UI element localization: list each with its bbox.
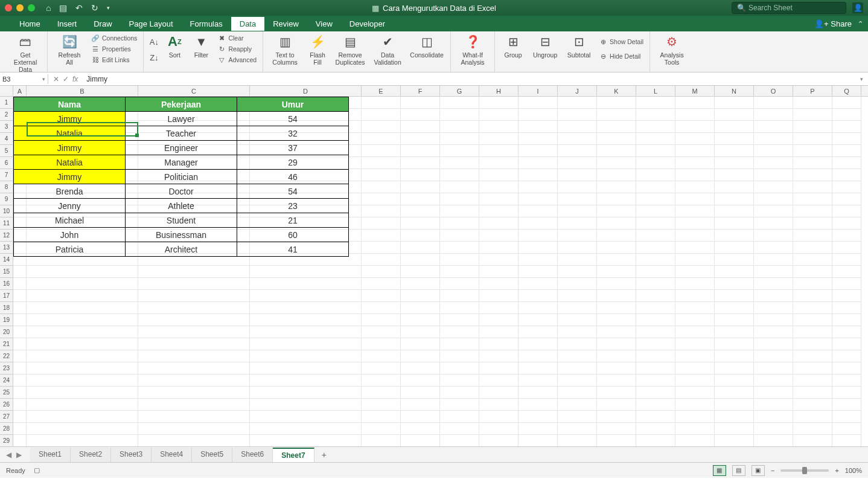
menu-tab-developer[interactable]: Developer [341, 17, 394, 31]
cell-K20[interactable] [597, 326, 636, 338]
table-cell[interactable]: Jimmy [14, 112, 126, 126]
cell-A22[interactable] [13, 350, 27, 362]
cell-N25[interactable] [715, 387, 754, 399]
formula-input[interactable]: Jimmy [83, 74, 855, 85]
edit-links-button[interactable]: ⛓Edit Links [90, 55, 138, 65]
table-cell[interactable]: 41 [237, 242, 349, 257]
cell-N12[interactable] [715, 230, 754, 242]
ribbon-collapse-icon[interactable]: ⌃ [858, 20, 863, 28]
cell-J6[interactable] [558, 157, 597, 169]
cell-P5[interactable] [793, 145, 832, 157]
zoom-out-button[interactable]: − [771, 467, 774, 474]
cell-M17[interactable] [675, 290, 715, 302]
cell-F23[interactable] [401, 362, 440, 375]
cell-P18[interactable] [793, 302, 832, 314]
cell-H11[interactable] [479, 217, 519, 230]
cell-Q13[interactable] [832, 242, 861, 254]
row-header-4[interactable]: 4 [0, 133, 13, 145]
cell-F27[interactable] [401, 411, 440, 423]
cell-O17[interactable] [754, 290, 793, 302]
cell-P24[interactable] [793, 375, 832, 387]
cell-A23[interactable] [13, 362, 27, 375]
cell-I7[interactable] [519, 169, 558, 181]
cell-F2[interactable] [401, 109, 440, 121]
cell-L15[interactable] [636, 266, 675, 278]
cell-Q11[interactable] [832, 217, 861, 230]
cell-C27[interactable] [138, 411, 250, 423]
cell-E16[interactable] [362, 278, 401, 290]
cell-O28[interactable] [754, 423, 793, 435]
cell-I6[interactable] [519, 157, 558, 169]
cell-O9[interactable] [754, 193, 793, 205]
cell-I17[interactable] [519, 290, 558, 302]
cell-E14[interactable] [362, 254, 401, 266]
table-cell[interactable]: 23 [237, 199, 349, 213]
properties-button[interactable]: ☰Properties [90, 44, 138, 54]
table-cell[interactable]: Architect [126, 242, 237, 257]
cell-F29[interactable] [401, 435, 440, 446]
cell-H2[interactable] [479, 109, 519, 121]
cell-O7[interactable] [754, 169, 793, 181]
cell-J22[interactable] [558, 350, 597, 362]
cell-B25[interactable] [27, 387, 138, 399]
cell-P2[interactable] [793, 109, 832, 121]
cell-M5[interactable] [675, 145, 715, 157]
menu-tab-review[interactable]: Review [264, 17, 307, 31]
cell-O16[interactable] [754, 278, 793, 290]
cell-B26[interactable] [27, 399, 138, 411]
cell-E21[interactable] [362, 338, 401, 350]
table-header[interactable]: Pekerjaan [126, 97, 237, 112]
cell-I23[interactable] [519, 362, 558, 375]
cell-J11[interactable] [558, 217, 597, 230]
cell-D18[interactable] [250, 302, 362, 314]
cell-M23[interactable] [675, 362, 715, 375]
cell-E7[interactable] [362, 169, 401, 181]
cell-I27[interactable] [519, 411, 558, 423]
cell-E15[interactable] [362, 266, 401, 278]
cell-J21[interactable] [558, 338, 597, 350]
cell-N29[interactable] [715, 435, 754, 446]
row-header-1[interactable]: 1 [0, 97, 13, 109]
cell-H25[interactable] [479, 387, 519, 399]
cell-D23[interactable] [250, 362, 362, 375]
cell-M8[interactable] [675, 181, 715, 193]
column-header-G[interactable]: G [440, 86, 479, 96]
cell-G3[interactable] [440, 121, 479, 133]
advanced-filter-button[interactable]: ▽Advanced [216, 55, 258, 65]
cell-P29[interactable] [793, 435, 832, 446]
cell-H6[interactable] [479, 157, 519, 169]
cell-H26[interactable] [479, 399, 519, 411]
cell-H9[interactable] [479, 193, 519, 205]
cell-M22[interactable] [675, 350, 715, 362]
cell-F4[interactable] [401, 133, 440, 145]
cell-D21[interactable] [250, 338, 362, 350]
sort-button[interactable]: AZ Sort [163, 33, 186, 59]
cell-K2[interactable] [597, 109, 636, 121]
cell-N9[interactable] [715, 193, 754, 205]
table-cell[interactable]: Jenny [14, 199, 126, 213]
cell-E11[interactable] [362, 217, 401, 230]
row-header-13[interactable]: 13 [0, 242, 13, 254]
table-cell[interactable]: Jimmy [14, 141, 126, 155]
cell-J19[interactable] [558, 314, 597, 326]
cell-Q12[interactable] [832, 230, 861, 242]
flash-fill-button[interactable]: ⚡Flash Fill [305, 33, 330, 66]
cell-D16[interactable] [250, 278, 362, 290]
cell-N26[interactable] [715, 399, 754, 411]
cell-K18[interactable] [597, 302, 636, 314]
cell-C19[interactable] [138, 314, 250, 326]
cell-F14[interactable] [401, 254, 440, 266]
cell-O13[interactable] [754, 242, 793, 254]
cell-K3[interactable] [597, 121, 636, 133]
row-header-24[interactable]: 24 [0, 375, 13, 387]
undo-icon[interactable]: ↶ [75, 3, 83, 13]
cell-Q3[interactable] [832, 121, 861, 133]
column-header-C[interactable]: C [138, 86, 250, 96]
cell-P22[interactable] [793, 350, 832, 362]
cell-K16[interactable] [597, 278, 636, 290]
cell-E28[interactable] [362, 423, 401, 435]
table-cell[interactable]: Engineer [126, 141, 237, 155]
cell-D26[interactable] [250, 399, 362, 411]
cell-A15[interactable] [13, 266, 27, 278]
cell-Q10[interactable] [832, 205, 861, 217]
